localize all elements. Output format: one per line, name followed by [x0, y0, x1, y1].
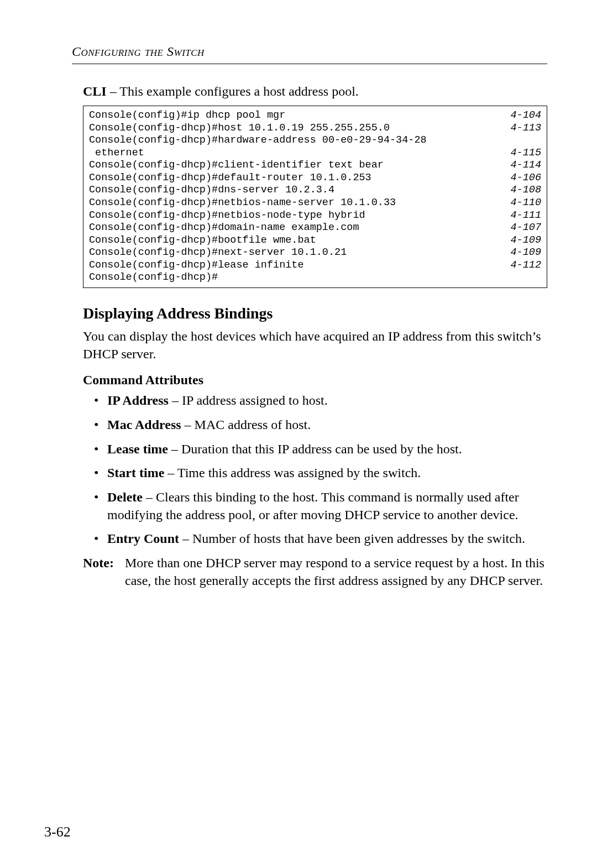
- cli-output-box: Console(config)#ip dhcp pool mgr4-104Con…: [83, 106, 547, 288]
- bullet-icon: •: [94, 392, 107, 410]
- list-item: • Start time – Time this address was ass…: [94, 464, 547, 482]
- cli-command: Console(config-dhcp)#next-server 10.1.0.…: [89, 247, 347, 259]
- attr-term: IP Address: [107, 393, 169, 407]
- note-body: More than one DHCP server may respond to…: [122, 555, 547, 589]
- cli-command: Console(config-dhcp)#host 10.1.0.19 255.…: [89, 122, 390, 135]
- attr-desc: – Number of hosts that have been given a…: [179, 531, 525, 546]
- note-block: Note: More than one DHCP server may resp…: [83, 555, 547, 589]
- command-attributes-list: • IP Address – IP address assigned to ho…: [94, 392, 547, 548]
- cli-page-ref: 4-111: [504, 210, 541, 222]
- cli-line: Console(config)#ip dhcp pool mgr4-104: [89, 109, 541, 122]
- cli-page-ref: 4-109: [504, 247, 541, 259]
- attr-term: Entry Count: [107, 531, 179, 546]
- attr-term: Lease time: [107, 442, 168, 456]
- bullet-icon: •: [94, 464, 107, 482]
- running-head: Configuring the Switch: [72, 44, 547, 59]
- attr-desc: – IP address assigned to host.: [169, 393, 328, 407]
- cli-line: Console(config-dhcp)#domain-name example…: [89, 222, 541, 234]
- cli-line: Console(config-dhcp)#client-identifier t…: [89, 159, 541, 172]
- cli-intro-rest: – This example configures a host address…: [107, 84, 359, 98]
- cli-command: Console(config-dhcp)#netbios-node-type h…: [89, 210, 365, 222]
- bullet-icon: •: [94, 489, 107, 506]
- cli-command: Console(config-dhcp)#lease infinite: [89, 259, 304, 272]
- section-heading: Displaying Address Bindings: [83, 305, 547, 322]
- cli-intro: CLI – This example configures a host add…: [83, 84, 547, 99]
- bullet-icon: •: [94, 530, 107, 548]
- cli-command: ethernet: [89, 147, 144, 160]
- cli-line: Console(config-dhcp)#host 10.1.0.19 255.…: [89, 122, 541, 135]
- list-item: • IP Address – IP address assigned to ho…: [94, 392, 547, 410]
- subheading-command-attributes: Command Attributes: [83, 373, 547, 388]
- list-item: • Entry Count – Number of hosts that hav…: [94, 530, 547, 548]
- section-paragraph: You can display the host devices which h…: [83, 328, 547, 363]
- cli-command: Console(config-dhcp)#dns-server 10.2.3.4: [89, 184, 334, 197]
- cli-page-ref: [535, 134, 541, 147]
- cli-command: Console(config)#ip dhcp pool mgr: [89, 109, 285, 122]
- cli-line: Console(config-dhcp)#next-server 10.1.0.…: [89, 247, 541, 259]
- list-item: • Lease time – Duration that this IP add…: [94, 441, 547, 458]
- header-rule: [72, 64, 547, 64]
- cli-command: Console(config-dhcp)#netbios-name-server…: [89, 197, 396, 210]
- cli-page-ref: 4-110: [504, 197, 541, 210]
- cli-line: ethernet4-115: [89, 147, 541, 160]
- list-item: • Mac Address – MAC address of host.: [94, 416, 547, 434]
- cli-line: Console(config-dhcp)#bootfile wme.bat4-1…: [89, 234, 541, 247]
- cli-page-ref: 4-104: [504, 109, 541, 122]
- cli-line: Console(config-dhcp)#lease infinite4-112: [89, 259, 541, 272]
- cli-line: Console(config-dhcp)#hardware-address 00…: [89, 134, 541, 147]
- cli-page-ref: 4-115: [504, 147, 541, 160]
- cli-page-ref: 4-113: [504, 122, 541, 135]
- cli-page-ref: 4-108: [504, 184, 541, 197]
- page: Configuring the Switch CLI – This exampl…: [0, 0, 597, 868]
- cli-line: Console(config-dhcp)#dns-server 10.2.3.4…: [89, 184, 541, 197]
- attr-term: Delete: [107, 490, 143, 504]
- bullet-icon: •: [94, 441, 107, 458]
- cli-page-ref: 4-109: [504, 234, 541, 247]
- note-label: Note:: [83, 555, 122, 589]
- bullet-icon: •: [94, 416, 107, 434]
- cli-command: Console(config-dhcp)#: [89, 271, 218, 284]
- attr-desc: – Clears this binding to the host. This …: [107, 490, 519, 522]
- attr-desc: – Time this address was assigned by the …: [164, 466, 421, 480]
- cli-page-ref: 4-112: [504, 259, 541, 272]
- cli-line: Console(config-dhcp)#default-router 10.1…: [89, 172, 541, 185]
- cli-page-ref: [535, 271, 541, 284]
- cli-page-ref: 4-106: [504, 172, 541, 185]
- attr-term: Mac Address: [107, 417, 181, 432]
- cli-line: Console(config-dhcp)#netbios-name-server…: [89, 197, 541, 210]
- attr-desc: – Duration that this IP address can be u…: [168, 442, 462, 456]
- list-item: • Delete – Clears this binding to the ho…: [94, 489, 547, 524]
- cli-command: Console(config-dhcp)#domain-name example…: [89, 222, 359, 234]
- cli-command: Console(config-dhcp)#client-identifier t…: [89, 159, 384, 172]
- cli-page-ref: 4-107: [504, 222, 541, 234]
- cli-line: Console(config-dhcp)#netbios-node-type h…: [89, 210, 541, 222]
- cli-page-ref: 4-114: [504, 159, 541, 172]
- cli-command: Console(config-dhcp)#bootfile wme.bat: [89, 234, 316, 247]
- page-number: 3-62: [44, 824, 71, 840]
- attr-desc: – MAC address of host.: [181, 417, 311, 432]
- attr-term: Start time: [107, 466, 164, 480]
- cli-intro-prefix: CLI: [83, 84, 107, 98]
- cli-command: Console(config-dhcp)#default-router 10.1…: [89, 172, 371, 185]
- cli-command: Console(config-dhcp)#hardware-address 00…: [89, 134, 427, 147]
- cli-line: Console(config-dhcp)#: [89, 271, 541, 284]
